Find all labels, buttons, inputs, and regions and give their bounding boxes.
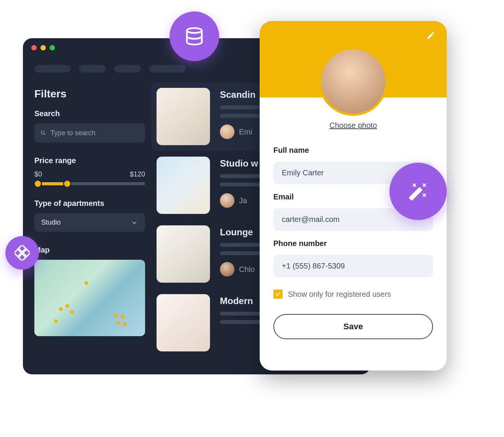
tab-pill[interactable] [79, 65, 106, 73]
tab-pill[interactable] [149, 65, 186, 73]
database-icon [184, 26, 204, 46]
full-name-label: Full name [273, 146, 433, 155]
listing-thumbnail [157, 88, 210, 145]
tab-pill[interactable] [114, 65, 141, 73]
price-min: $0 [34, 170, 42, 178]
chevron-down-icon [131, 219, 138, 227]
phone-input[interactable] [273, 255, 433, 277]
owner-name: Emi [239, 128, 252, 136]
close-dot[interactable] [31, 45, 37, 50]
owner-name: Chlo [239, 265, 255, 274]
visibility-label: Show only for registered users [288, 290, 391, 299]
owner-avatar [220, 262, 234, 277]
magic-wand-bubble[interactable] [389, 163, 447, 220]
map-preview[interactable] [34, 260, 145, 336]
price-range-values: $0 $120 [34, 170, 145, 178]
map-label: Map [34, 246, 145, 254]
price-max: $120 [130, 170, 145, 178]
listing-thumbnail [157, 157, 210, 214]
listing-thumbnail [157, 294, 210, 351]
visibility-checkbox[interactable] [273, 290, 283, 299]
slider-thumb-min[interactable] [34, 180, 42, 188]
filters-heading: Filters [34, 88, 145, 100]
magic-wand-icon [408, 181, 428, 201]
profile-header [260, 21, 447, 97]
profile-avatar [319, 47, 388, 116]
search-label: Search [34, 109, 145, 118]
visibility-checkbox-row[interactable]: Show only for registered users [273, 290, 433, 299]
edit-icon[interactable] [426, 31, 435, 40]
slider-thumb-max[interactable] [63, 180, 71, 188]
save-button[interactable]: Save [273, 314, 433, 339]
database-bubble[interactable] [170, 11, 219, 61]
dropdown-value: Studio [41, 218, 61, 227]
svg-line-1 [44, 134, 45, 135]
svg-point-2 [187, 28, 202, 33]
search-box[interactable] [34, 123, 145, 142]
grid-bubble[interactable] [5, 236, 39, 270]
phone-label: Phone number [273, 239, 433, 248]
grid-icon [15, 245, 30, 261]
search-icon [40, 129, 46, 137]
type-dropdown[interactable]: Studio [34, 213, 145, 232]
maximize-dot[interactable] [50, 45, 55, 50]
profile-form: Full name Email Phone number Show only f… [260, 130, 447, 339]
owner-name: Ja [239, 196, 247, 205]
listing-thumbnail [157, 225, 210, 283]
minimize-dot[interactable] [40, 45, 46, 50]
search-input[interactable] [50, 129, 139, 137]
tab-pill[interactable] [34, 65, 71, 73]
filters-sidebar: Filters Search Price range $0 $120 Type … [34, 88, 145, 351]
owner-avatar [220, 125, 234, 139]
price-slider[interactable] [34, 182, 145, 185]
check-icon [275, 291, 281, 297]
price-range-label: Price range [34, 156, 145, 165]
svg-point-0 [41, 131, 44, 134]
choose-photo-link[interactable]: Choose photo [260, 121, 447, 130]
type-label: Type of apartments [34, 199, 145, 208]
owner-avatar [220, 193, 234, 208]
